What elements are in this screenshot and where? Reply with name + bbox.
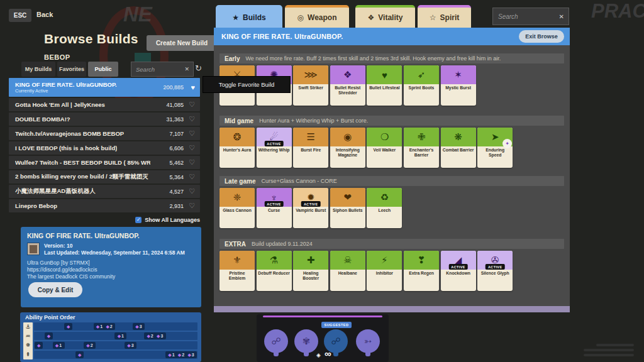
builds-search-input[interactable]: Search ✕ <box>131 62 194 77</box>
favorite-heart-icon[interactable]: ♡ <box>189 144 195 152</box>
build-name-wrap: I LOVE BEBOP (this is a hook build) <box>9 145 117 151</box>
item-card[interactable]: ⚡Inhibitor <box>367 251 402 291</box>
build-list-item[interactable]: DOUBLE BOMBA!?31,363♡ <box>9 112 200 126</box>
item-card[interactable]: ✹ACTIVEVampiric Burst <box>293 188 328 228</box>
clear-search-icon[interactable]: ✕ <box>184 66 189 72</box>
item-card[interactable]: ⚜Pristine Emblem <box>219 251 255 291</box>
item-card[interactable]: ☰Burst Fire <box>293 128 328 168</box>
item-name: Debuff Reducer <box>258 271 291 276</box>
diamond-icon: ◈ <box>316 352 321 358</box>
item-card[interactable]: ◢ACTIVEKnockdown <box>441 251 476 291</box>
favorite-heart-icon[interactable]: ♡ <box>189 187 195 195</box>
item-card[interactable]: ✙Enchanter's Barrier <box>404 128 439 168</box>
vitality-tab-icon: ❖ <box>368 13 375 22</box>
item-icon: ☰ <box>293 128 328 146</box>
favorite-heart-icon[interactable]: ♡ <box>189 158 195 167</box>
tab-my-builds[interactable]: My Builds <box>21 62 55 77</box>
item-icon: ❖ <box>330 65 365 84</box>
favorite-count: 7,107 <box>169 131 184 137</box>
ability-circle-suggested[interactable]: ☍ <box>324 329 348 353</box>
clear-search-icon[interactable]: ✕ <box>559 13 564 20</box>
build-list-item[interactable]: Twitch.tv/Averagejonas BOMB BEBOP7,107♡ <box>9 127 200 140</box>
ability-point-marker: ◆ <box>75 351 84 358</box>
favorite-heart-icon[interactable]: ♡ <box>189 202 195 210</box>
item-icon: ➶ <box>404 65 439 84</box>
imbue-overlay-icon: ✦ <box>502 139 512 148</box>
item-card[interactable]: ❤Siphon Bullets <box>330 188 365 228</box>
ability-point-marker: ◆ <box>64 323 72 330</box>
item-card[interactable]: ✚Healing Booster <box>293 251 328 291</box>
section-header: EarlyWe need more fire rate. Buff 2 time… <box>219 53 564 63</box>
build-name: Gotta Hook 'Em All | JellyKnees <box>15 101 105 108</box>
item-name: Mystic Burst <box>442 85 475 90</box>
item-name: Healing Booster <box>294 271 327 281</box>
item-card[interactable]: ❣Extra Regen <box>404 251 439 291</box>
favorite-count: 200,885 <box>163 84 184 90</box>
refresh-icon[interactable]: ↻ <box>195 63 202 73</box>
details-title: KING OF FIRE RATE. UltraGUNBOP. <box>27 232 140 239</box>
ability-circle[interactable]: ✾ <box>294 329 318 353</box>
build-list-item[interactable]: I LOVE BEBOP (this is a hook build)6,606… <box>9 141 200 155</box>
esc-key-button[interactable]: ESC <box>9 9 31 22</box>
item-icon: ⚡ <box>367 251 402 270</box>
item-card[interactable]: ☄ACTIVEWithering Whip <box>257 128 292 168</box>
build-list-item[interactable]: KING OF FIRE RATE. UltraGUNBOP.Currently… <box>9 78 200 97</box>
ability-circle[interactable]: ➳ <box>356 329 380 353</box>
item-card[interactable]: ☠Healbane <box>330 251 365 291</box>
item-card[interactable]: ❂Hunter's Aura <box>219 128 255 168</box>
item-card[interactable]: ♻Leech <box>367 188 402 228</box>
show-all-languages-row[interactable]: ✓ Show All Languages <box>9 215 200 224</box>
item-card[interactable]: ♥Bullet Lifesteal <box>367 65 402 106</box>
item-card[interactable]: ♆ACTIVECurse <box>257 188 292 228</box>
tab-weapon[interactable]: ◎Weapon <box>285 5 349 28</box>
tab-builds[interactable]: ★Builds <box>216 5 282 28</box>
back-button[interactable]: Back <box>36 11 53 18</box>
favorite-heart-icon[interactable]: ♡ <box>189 129 195 138</box>
item-card[interactable]: ➤✦Enduring Speed <box>477 128 513 168</box>
item-card[interactable]: ✶Mystic Burst <box>441 65 476 106</box>
item-card[interactable]: ❈Glass Cannon <box>219 188 255 228</box>
item-card[interactable]: ◉Intensifying Magazine <box>330 128 365 168</box>
hero-name: BEBOP <box>44 53 70 61</box>
background-fine-print <box>596 344 634 346</box>
item-card[interactable]: ❍Veil Walker <box>367 128 402 168</box>
item-card[interactable]: ⚗Debuff Reducer <box>257 251 292 291</box>
create-new-build-button[interactable]: Create New Build <box>147 35 217 51</box>
favorite-heart-icon[interactable]: ♥ <box>191 84 195 91</box>
build-name-wrap: 小魔法师黑星星AD蒸饭机器人 <box>9 187 96 195</box>
active-badge: ACTIVE <box>264 141 284 146</box>
build-list-item[interactable]: Linepro Bebop2,931♡ <box>9 199 200 212</box>
item-card[interactable]: ⋙Swift Striker <box>293 65 328 106</box>
item-icon: ⋙ <box>293 65 328 84</box>
copy-edit-button[interactable]: Copy & Edit <box>28 282 82 297</box>
favorite-heart-icon[interactable]: ♡ <box>189 101 195 109</box>
build-list-item[interactable]: 小魔法师黑星星AD蒸饭机器人4,527♡ <box>9 185 200 198</box>
tab-public[interactable]: Public <box>88 62 118 77</box>
ability-point-marker: ◆3 <box>125 342 136 349</box>
build-list-item[interactable]: 2 bombs killing every one build / 2颗手雷就团… <box>9 170 200 184</box>
ability-bar-panel: SUGGESTED ◈ ∞ ☍✾☍➳ <box>257 314 389 362</box>
build-name: Wulfee7 Twitch - BEST BEBOP BUILD ( 85% … <box>15 159 150 166</box>
favorite-heart-icon[interactable]: ♡ <box>189 115 195 123</box>
ability-circle[interactable]: ☍ <box>264 329 288 353</box>
spirit-tab-icon: ☆ <box>430 13 436 22</box>
build-name-wrap: Linepro Bebop <box>9 202 57 209</box>
item-name: Swift Striker <box>294 85 327 90</box>
items-search-input[interactable]: Search ✕ <box>492 8 569 25</box>
item-card[interactable]: ✇ACTIVESilence Glyph <box>477 251 513 291</box>
item-icon: ✙ <box>404 128 439 146</box>
ability-point-track: ◆◆1◆2◆3 <box>34 332 197 340</box>
build-list-item[interactable]: Wulfee7 Twitch - BEST BEBOP BUILD ( 85% … <box>9 156 200 169</box>
build-list-item[interactable]: Gotta Hook 'Em All | JellyKnees41,085♡ <box>9 98 200 111</box>
ability-bar-accent <box>263 315 382 317</box>
exit-browse-button[interactable]: Exit Browse <box>519 30 564 43</box>
tab-spirit[interactable]: ☆Spirit <box>418 5 471 28</box>
show-all-languages-checkbox[interactable]: ✓ <box>135 217 142 223</box>
build-name: DOUBLE BOMBA!? <box>15 116 70 123</box>
tab-favorites[interactable]: Favorites <box>57 62 86 77</box>
item-card[interactable]: ❖Bullet Resist Shredder <box>330 65 365 106</box>
tab-vitality[interactable]: ❖Vitality <box>355 5 415 28</box>
item-card[interactable]: ➶Sprint Boots <box>404 65 439 106</box>
item-card[interactable]: ❋Combat Barrier <box>441 128 476 168</box>
favorite-heart-icon[interactable]: ♡ <box>189 173 195 181</box>
